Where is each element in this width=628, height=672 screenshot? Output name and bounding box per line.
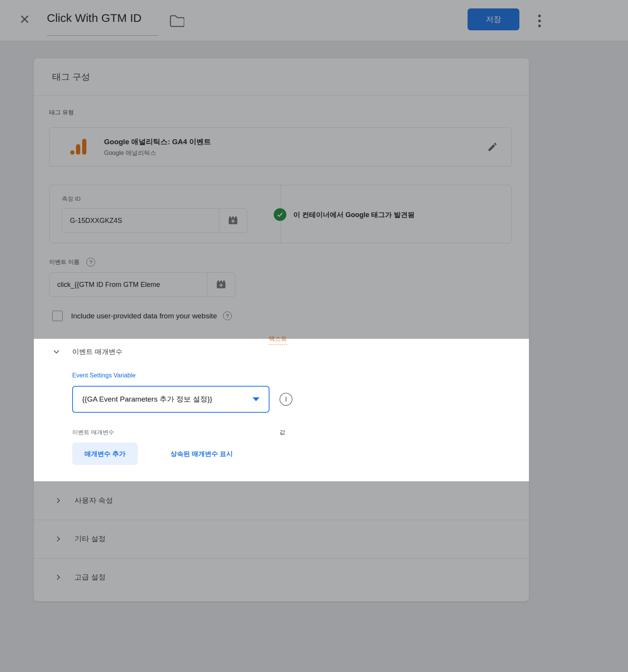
event-name-input-group: [49, 272, 235, 297]
help-icon[interactable]: ?: [86, 258, 95, 267]
folder-icon[interactable]: [168, 13, 185, 29]
tag-config-card: 태그 구성 태그 유형 Google 애널리틱스: GA4 이벤트 Google…: [34, 58, 529, 601]
section-other-settings[interactable]: 기타 설정: [34, 520, 529, 558]
measurement-box: 측정 ID 이 컨테이너에서: [49, 185, 512, 243]
top-bar: × Click With GTM ID 저장: [0, 0, 628, 41]
esv-label: Event Settings Variable: [72, 372, 136, 379]
section-user-properties[interactable]: 사용자 속성: [34, 481, 529, 520]
gtm-tag-editor: × Click With GTM ID 저장 태그 구성 태그 유형 Googl…: [0, 0, 628, 672]
chevron-right-icon: [54, 534, 63, 544]
chevron-right-icon: [54, 573, 63, 582]
tag-type-vendor: Google 애널리틱스: [104, 149, 211, 157]
lego-brick-plus-icon: [215, 279, 227, 290]
folder-icon-glyph: [169, 14, 184, 28]
tag-config-title: 태그 구성: [34, 58, 529, 96]
user-data-label: Include user-provided data from your web…: [71, 312, 217, 320]
add-parameter-button[interactable]: 매개변수 추가: [72, 443, 138, 465]
tag-type-card[interactable]: Google 애널리틱스: GA4 이벤트 Google 애널리틱스: [49, 127, 512, 166]
tag-type-label: 태그 유형: [49, 109, 74, 116]
save-button[interactable]: 저장: [468, 8, 519, 30]
measurement-id-input[interactable]: [62, 208, 219, 233]
google-tag-status: 이 컨테이너에서 Google 태그가 발견됨: [274, 208, 415, 221]
tag-name-field[interactable]: Click With GTM ID: [47, 12, 142, 25]
section-label: 고급 설정: [74, 572, 106, 582]
google-tag-status-text: 이 컨테이너에서 Google 태그가 발견됨: [293, 210, 415, 219]
param-column-label: 이벤트 매개변수: [72, 429, 114, 436]
caret-down-icon: [253, 397, 259, 401]
section-advanced-settings[interactable]: 고급 설정: [34, 558, 529, 596]
chevron-down-icon: [51, 347, 61, 357]
event-params-title: 이벤트 매개변수: [72, 347, 122, 356]
ga4-icon: [69, 138, 87, 156]
value-column-label: 값: [279, 429, 285, 436]
more-menu-icon[interactable]: [534, 11, 545, 31]
event-name-label: 이벤트 이름: [49, 259, 79, 266]
show-inherited-link[interactable]: 상속된 매개변수 표시: [170, 450, 233, 458]
section-divider: [34, 339, 529, 339]
edit-pencil-icon[interactable]: [486, 140, 499, 153]
esv-dropdown[interactable]: {{GA Event Parameters 추가 정보 설정}}: [72, 386, 269, 413]
pencil-icon-glyph: [487, 142, 498, 152]
close-icon[interactable]: ×: [15, 7, 34, 31]
event-name-input[interactable]: [49, 272, 207, 297]
chevron-right-icon: [54, 496, 63, 505]
check-circle-icon: [274, 208, 286, 221]
info-icon[interactable]: i: [279, 393, 293, 406]
event-name-label-row: 이벤트 이름 ?: [49, 258, 95, 267]
esv-selected-value: {{GA Event Parameters 추가 정보 설정}}: [82, 394, 212, 404]
event-params-section-header[interactable]: 이벤트 매개변수: [51, 347, 122, 357]
text-mode-link[interactable]: 텍스트: [269, 335, 287, 345]
measurement-id-label: 측정 ID: [62, 195, 81, 203]
lego-brick-icon: [227, 215, 239, 226]
section-label: 기타 설정: [74, 534, 106, 544]
tag-type-text: Google 애널리틱스: GA4 이벤트 Google 애널리틱스: [104, 137, 211, 157]
title-underline: [47, 35, 158, 36]
section-label: 사용자 속성: [74, 496, 113, 506]
user-data-checkbox[interactable]: [52, 311, 63, 321]
user-data-row: Include user-provided data from your web…: [52, 311, 232, 321]
help-icon[interactable]: ?: [223, 311, 232, 320]
measurement-input-group: [62, 208, 247, 233]
tag-type-name: Google 애널리틱스: GA4 이벤트: [104, 137, 211, 147]
variable-picker-icon[interactable]: [219, 208, 247, 233]
variable-picker-icon[interactable]: [207, 272, 235, 297]
